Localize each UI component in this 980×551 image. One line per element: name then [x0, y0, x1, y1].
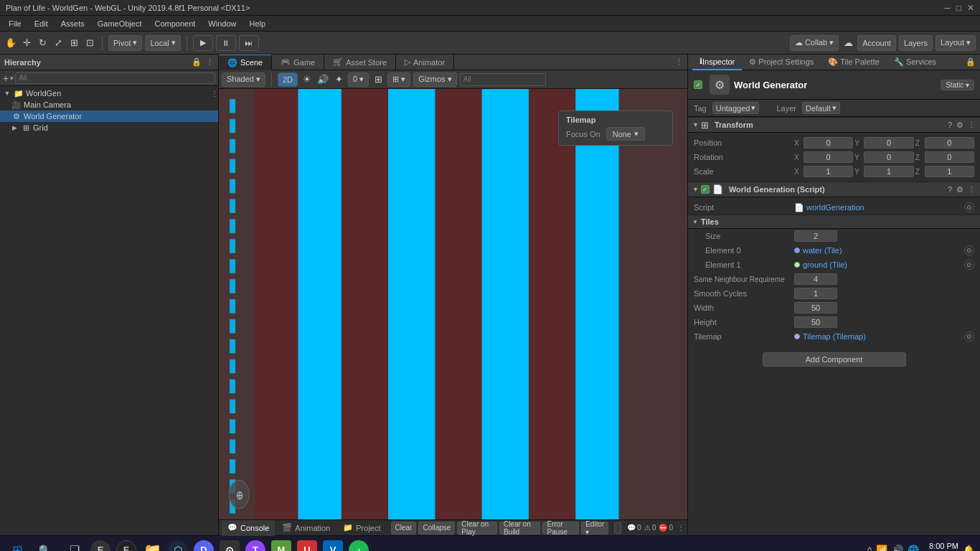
minimize-btn[interactable]: ─	[944, 3, 951, 13]
error-pause-btn[interactable]: Error Pause	[542, 522, 579, 534]
menu-assets[interactable]: Assets	[55, 18, 90, 29]
scale-z-value[interactable]: 1	[925, 166, 974, 177]
scene-vis-btn[interactable]: ⊞ ▾	[387, 72, 410, 87]
worldgen-options-icon[interactable]: ⋮	[211, 90, 218, 98]
sound-icon[interactable]: 🔊	[892, 545, 903, 551]
worldgen-menu-icon[interactable]: ⋮	[968, 185, 976, 194]
worldgen-settings-icon[interactable]: ⚙	[956, 185, 963, 194]
fx-btn[interactable]: 0 ▾	[348, 72, 369, 87]
taskbar-icon-minecraft[interactable]: M	[270, 539, 293, 552]
2d-btn[interactable]: 2D	[278, 72, 298, 87]
console-search[interactable]	[614, 522, 621, 534]
element1-selector-btn[interactable]: ⊙	[964, 260, 974, 270]
menu-window[interactable]: Window	[202, 18, 242, 29]
active-checkbox[interactable]: ✓	[694, 80, 702, 89]
script-selector-btn[interactable]: ⊙	[964, 202, 974, 212]
worldgen-component-header[interactable]: ▼ ✓ 📄 World Generation (Script) ? ⚙ ⋮	[688, 182, 980, 197]
tab-inspector[interactable]: ℹ Inspector	[692, 55, 742, 70]
hierarchy-search[interactable]	[15, 72, 215, 84]
collab-btn[interactable]: ☁ Collab ▾	[790, 35, 839, 51]
position-x-value[interactable]: 0	[804, 137, 853, 149]
scale-y-value[interactable]: 1	[864, 166, 913, 177]
taskbar-icon-unity-red[interactable]: U	[296, 539, 319, 552]
tool-move[interactable]: ✛	[20, 37, 33, 50]
tab-console[interactable]: 💬 Console	[222, 520, 275, 536]
element0-selector-btn[interactable]: ⊙	[964, 245, 974, 255]
taskbar-icon-unity[interactable]: ⊙	[218, 539, 241, 552]
pivot-btn[interactable]: Pivot ▾	[108, 35, 142, 51]
transform-component-header[interactable]: ▼ ⊞ Transform ? ⚙ ⋮	[688, 117, 980, 133]
element0-link[interactable]: water (Tile)	[803, 246, 961, 255]
play-button[interactable]: ▶	[193, 35, 213, 51]
smooth-cycles-value[interactable]: 1	[794, 288, 837, 299]
same-neighbour-value[interactable]: 4	[794, 273, 837, 285]
wifi-icon[interactable]: 🌐	[908, 545, 919, 551]
menu-gameobject[interactable]: GameObject	[92, 18, 148, 29]
clear-btn[interactable]: Clear	[391, 522, 417, 534]
tool-rotate[interactable]: ↻	[36, 37, 49, 50]
add-component-btn[interactable]: Add Component	[763, 352, 906, 367]
size-value[interactable]: 2	[794, 230, 837, 242]
shading-btn[interactable]: Shaded ▾	[222, 72, 265, 87]
script-link[interactable]: 📄 worldGeneration	[794, 203, 961, 212]
scene-search[interactable]	[460, 73, 546, 86]
clear-on-play-btn[interactable]: Clear on Play	[457, 522, 497, 534]
menu-file[interactable]: File	[3, 18, 27, 29]
effects-icon[interactable]: ✦	[332, 73, 345, 86]
layout-btn[interactable]: Layout ▾	[936, 35, 976, 51]
worldgen-active-checkbox[interactable]: ✓	[701, 185, 710, 194]
step-button[interactable]: ⏭	[239, 35, 259, 51]
tab-tile-palette[interactable]: 🎨 Tile Palette	[821, 55, 886, 70]
tab-scene[interactable]: 🌐 Scene	[219, 55, 272, 70]
editor-dropdown-btn[interactable]: Editor ▾	[581, 522, 608, 534]
console-options-icon[interactable]: ⋮	[677, 524, 684, 532]
transform-help-icon[interactable]: ?	[948, 121, 952, 130]
tab-game[interactable]: 🎮 Game	[272, 55, 324, 70]
taskbar-search-button[interactable]: 🔍	[33, 539, 56, 552]
gizmos-btn[interactable]: Gizmos ▾	[413, 72, 456, 87]
audio-icon[interactable]: 🔊	[316, 73, 329, 86]
rotation-y-value[interactable]: 0	[864, 151, 913, 163]
hier-item-worldgen[interactable]: ▼ 📁 WorldGen ⋮	[0, 88, 218, 99]
notification-icon[interactable]: 🔔	[963, 545, 974, 551]
tool-transform[interactable]: ⊡	[83, 37, 96, 50]
tab-project[interactable]: 📁 Project	[337, 520, 386, 536]
worldgen-help-icon[interactable]: ?	[948, 185, 952, 194]
hier-dropdown[interactable]: ▾	[10, 75, 14, 82]
scene-tabs-options[interactable]: ⋮	[675, 57, 683, 67]
tab-animation[interactable]: 🎬 Animation	[276, 520, 336, 536]
tilemap-link[interactable]: Tilemap (Tilemap)	[803, 332, 961, 341]
taskbar-icon-epic1[interactable]: E	[89, 539, 112, 552]
tray-expand-icon[interactable]: ^	[867, 545, 872, 551]
position-z-value[interactable]: 0	[925, 137, 974, 149]
rotation-x-value[interactable]: 0	[804, 151, 853, 163]
height-value[interactable]: 50	[794, 316, 837, 328]
transform-menu-icon[interactable]: ⋮	[968, 121, 976, 130]
position-y-value[interactable]: 0	[864, 137, 913, 149]
tool-rect[interactable]: ⊞	[67, 37, 80, 50]
width-value[interactable]: 50	[794, 302, 837, 314]
lights-icon[interactable]: ☀	[301, 73, 314, 86]
tiles-section-header[interactable]: ▼ Tiles	[688, 215, 980, 229]
scene-view-icon[interactable]: ⊞	[372, 73, 385, 86]
pause-button[interactable]: ⏸	[216, 35, 236, 51]
taskbar-icon-steam[interactable]: ⬡	[166, 539, 189, 552]
maximize-btn[interactable]: □	[956, 3, 961, 13]
add-hier-btn[interactable]: +	[3, 72, 9, 84]
close-btn[interactable]: ✕	[967, 3, 974, 13]
tilemap-selector-btn[interactable]: ⊙	[964, 331, 974, 342]
grid-expand-icon[interactable]: ▶	[10, 123, 19, 132]
window-controls[interactable]: ─ □ ✕	[944, 3, 974, 13]
taskbar-icon-discord[interactable]: D	[192, 539, 215, 552]
account-btn[interactable]: Account	[857, 35, 896, 51]
tool-hand[interactable]: ✋	[4, 37, 17, 50]
tab-services[interactable]: 🔧 Services	[887, 55, 943, 70]
static-btn[interactable]: Static ▾	[941, 80, 974, 90]
hier-item-maincamera[interactable]: 🎥 Main Camera	[0, 99, 218, 110]
element1-link[interactable]: ground (Tile)	[803, 260, 961, 269]
start-button[interactable]: ⊞	[6, 539, 29, 552]
menu-component[interactable]: Component	[149, 18, 201, 29]
menu-icon[interactable]: ⋮	[206, 57, 214, 67]
cloud-icon[interactable]: ☁	[842, 37, 854, 50]
taskbar-icon-taskview[interactable]: ❑	[63, 539, 86, 552]
